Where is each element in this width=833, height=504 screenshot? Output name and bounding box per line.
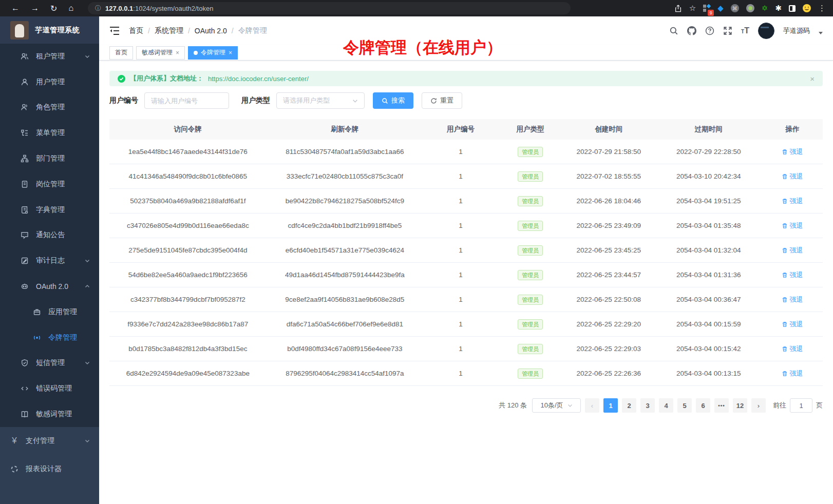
sidebar-item-menu[interactable]: 菜单管理	[0, 120, 99, 146]
force-logout-button[interactable]: 强退	[782, 172, 803, 181]
user-id-input[interactable]	[144, 92, 229, 109]
sidebar-item-error-code[interactable]: 错误码管理	[0, 376, 99, 401]
user-id-cell: 1	[423, 345, 498, 353]
notice-close-icon[interactable]: ×	[810, 74, 815, 83]
force-logout-button[interactable]: 强退	[782, 147, 803, 157]
sidebar-item-label: 错误码管理	[36, 384, 72, 393]
sidebar-item-dept[interactable]: 部门管理	[0, 146, 99, 171]
font-size-icon[interactable]: TT	[741, 26, 749, 35]
refresh-token-cell: 9ce8ef2aa9f14056b831ae9b608e28d5	[267, 296, 424, 303]
sidebar-item-audit-log[interactable]: 审计日志	[0, 248, 99, 274]
sidebar-item-label: OAuth 2.0	[36, 282, 68, 290]
page-button-12[interactable]: 12	[733, 398, 747, 413]
home-icon[interactable]: ⌂	[68, 4, 73, 13]
breadcrumb-home[interactable]: 首页	[129, 26, 143, 35]
command-extension-icon[interactable]: ⌘	[731, 4, 739, 12]
sidebar-item-oauth[interactable]: OAuth 2.0	[0, 274, 99, 299]
table-row: f9336e7c7dd242a283ee98dc86b17a87 dfa6c71…	[109, 312, 823, 337]
avatar[interactable]	[758, 23, 774, 39]
page-button-3[interactable]: 3	[640, 398, 655, 413]
success-check-icon	[118, 75, 125, 83]
reload-icon[interactable]: ↻	[50, 4, 57, 13]
user-type-badge: 管理员	[518, 171, 543, 182]
sidebar-item-dict[interactable]: 字典管理	[0, 197, 99, 223]
next-page-button[interactable]: ›	[751, 398, 766, 413]
force-logout-button[interactable]: 强退	[782, 295, 803, 304]
expire-time-cell: 2054-03-04 19:51:25	[655, 197, 762, 205]
menu-tree-icon	[21, 129, 29, 137]
breadcrumb-oauth[interactable]: OAuth 2.0	[195, 27, 227, 35]
profile-emoji-avatar[interactable]	[803, 4, 811, 12]
sidebar-item-sensitive-word[interactable]: 敏感词管理	[0, 401, 99, 427]
page-size-select[interactable]: 10条/页	[532, 398, 581, 413]
prev-page-button[interactable]: ‹	[585, 398, 599, 413]
force-logout-button[interactable]: 强退	[782, 221, 803, 230]
tab-home[interactable]: 首页	[109, 46, 133, 60]
sidebar-item-notice[interactable]: 通知公告	[0, 223, 99, 248]
expire-time-cell: 2054-03-04 01:31:36	[655, 271, 762, 279]
sidebar-item-sms[interactable]: 短信管理	[0, 351, 99, 376]
app-logo-bar[interactable]: 芋道管理系统	[0, 16, 99, 44]
user-id-cell: 1	[423, 320, 498, 328]
force-logout-button[interactable]: 强退	[782, 369, 803, 378]
site-info-icon[interactable]: ⓘ	[95, 4, 101, 13]
sidebar-item-user[interactable]: 用户管理	[0, 69, 99, 95]
user-icon	[21, 78, 29, 86]
notice-link[interactable]: https://doc.iocoder.cn/user-center/	[208, 75, 309, 83]
breadcrumb-system[interactable]: 系统管理	[155, 26, 183, 35]
search-button[interactable]: 搜索	[373, 92, 413, 109]
recorder-extension-icon[interactable]	[746, 4, 754, 12]
force-logout-button[interactable]: 强退	[782, 344, 803, 354]
tab-sensitive-word[interactable]: 敏感词管理×	[136, 46, 185, 60]
force-logout-button[interactable]: 强退	[782, 270, 803, 280]
sidebar-fold-icon[interactable]	[109, 26, 120, 35]
forward-icon[interactable]: →	[31, 4, 39, 13]
sidebar-item-post[interactable]: 岗位管理	[0, 171, 99, 197]
user-id-cell: 1	[423, 296, 498, 303]
user-type-badge: 管理员	[518, 369, 543, 379]
close-icon[interactable]: ×	[176, 49, 179, 56]
help-icon[interactable]	[705, 26, 714, 35]
reset-button[interactable]: 重置	[422, 92, 462, 109]
page-button-1[interactable]: 1	[603, 398, 618, 413]
green-star-extension-icon[interactable]: ✡	[762, 4, 768, 13]
white-star-extension-icon[interactable]: ✱	[775, 4, 782, 13]
expire-time-cell: 2054-03-10 20:42:34	[655, 172, 762, 180]
back-icon[interactable]: ←	[11, 4, 20, 13]
close-icon[interactable]: ×	[229, 49, 232, 56]
force-logout-button[interactable]: 强退	[782, 246, 803, 255]
user-type-badge: 管理员	[518, 245, 543, 256]
side-panel-icon[interactable]	[789, 5, 796, 12]
search-icon[interactable]	[669, 26, 678, 35]
expire-time-cell: 2054-03-04 00:36:47	[655, 296, 762, 303]
sidebar-item-report-designer[interactable]: 报表设计器	[0, 455, 99, 483]
github-icon[interactable]	[687, 26, 696, 35]
extension-grid-icon[interactable]: 9	[703, 5, 710, 12]
tab-token[interactable]: 令牌管理×	[188, 46, 238, 60]
delete-icon	[782, 149, 788, 155]
user-type-select[interactable]: 请选择用户类型	[276, 92, 365, 109]
page-ellipsis-button[interactable]: •••	[714, 398, 729, 413]
goto-page-input[interactable]	[790, 398, 812, 413]
sidebar-item-oauth-app[interactable]: 应用管理	[0, 299, 99, 325]
share-icon[interactable]	[674, 5, 682, 12]
page-button-2[interactable]: 2	[622, 398, 636, 413]
user-caret-icon[interactable]	[819, 32, 823, 34]
sidebar-item-role[interactable]: 角色管理	[0, 95, 99, 121]
page-button-6[interactable]: 6	[696, 398, 710, 413]
sidebar-item-pay[interactable]: ¥ 支付管理	[0, 427, 99, 455]
force-logout-button[interactable]: 强退	[782, 320, 803, 329]
page-button-5[interactable]: 5	[677, 398, 692, 413]
gem-extension-icon[interactable]: ◆	[717, 4, 724, 13]
access-token-cell: f9336e7c7dd242a283ee98dc86b17a87	[109, 320, 267, 328]
force-logout-button[interactable]: 强退	[782, 197, 803, 206]
page-button-4[interactable]: 4	[659, 398, 673, 413]
sidebar-item-tenant[interactable]: 租户管理	[0, 44, 99, 69]
address-bar[interactable]: ⓘ 127.0.0.1:1024/system/oauth2/token	[88, 2, 571, 14]
sidebar-item-oauth-token[interactable]: 令牌管理	[0, 325, 99, 351]
browser-menu-icon[interactable]: ⋮	[818, 4, 826, 13]
fullscreen-icon[interactable]	[723, 26, 732, 35]
expire-time-cell: 2054-03-04 00:15:42	[655, 345, 762, 353]
username[interactable]: 芋道源码	[783, 26, 810, 35]
bookmark-star-icon[interactable]: ☆	[689, 4, 696, 13]
